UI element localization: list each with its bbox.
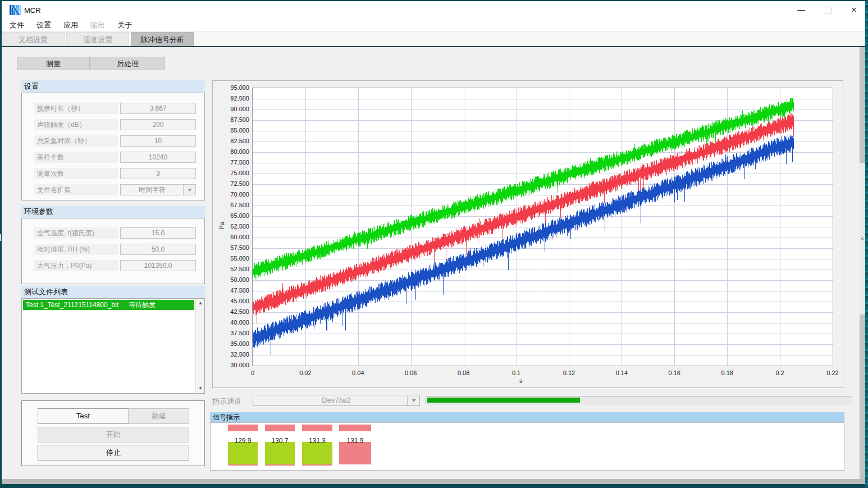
- indicator-channel-label: 指示通道: [212, 396, 241, 407]
- indicator-channel-dropdown[interactable]: Dev7/ai2: [253, 395, 420, 406]
- y-tick-label: 60.000: [212, 234, 249, 240]
- field-label: 测量次数: [34, 168, 118, 179]
- postprocess-mode-button[interactable]: 后处理: [90, 57, 165, 70]
- x-tick-label: 0.02: [293, 370, 318, 376]
- y-tick-label: 47.500: [212, 287, 249, 294]
- desktop-right-edge: [865, 0, 868, 488]
- field-value-text: 200: [152, 121, 163, 129]
- window-bottom-border: [2, 479, 865, 484]
- signal-indicator: 131.9: [339, 423, 371, 470]
- tab-文档设置[interactable]: 文档设置: [2, 32, 65, 46]
- window-title: MCR: [24, 6, 41, 15]
- dropdown-arrow-box[interactable]: [407, 395, 419, 405]
- y-tick-label: 72.500: [212, 180, 249, 187]
- field-value-text: 时间字符: [139, 186, 166, 194]
- side-panel-expander[interactable]: <: [860, 163, 865, 314]
- new-button[interactable]: 新建: [128, 408, 189, 424]
- test-file-list[interactable]: Test 1_Test_211215114800_blt等待触发 ▲ ▼: [21, 298, 205, 394]
- field-label: 预录时长（秒）: [34, 103, 118, 114]
- y-tick-label: 65.000: [212, 212, 249, 219]
- y-tick-label: 75.000: [212, 170, 249, 176]
- signal-level-bar: [339, 425, 371, 431]
- field-value[interactable]: 10240: [120, 152, 196, 163]
- field-value[interactable]: 101350.0: [120, 260, 196, 271]
- signal-level-bar: [228, 425, 258, 431]
- y-tick-label: 50.000: [212, 276, 249, 283]
- menu-item[interactable]: 应用: [57, 20, 84, 30]
- field-label: 文件名扩展: [34, 184, 118, 195]
- test-name-button[interactable]: Test: [38, 408, 129, 424]
- dropdown-arrow-box[interactable]: [183, 185, 195, 195]
- y-tick-label: 30.000: [212, 362, 249, 368]
- field-value[interactable]: 50.0: [120, 244, 196, 255]
- scroll-up-icon[interactable]: ▲: [196, 299, 205, 308]
- maximize-button[interactable]: [817, 1, 839, 19]
- x-tick-label: 0.18: [715, 370, 739, 376]
- stop-button[interactable]: 停止: [38, 445, 189, 460]
- signal-status-block: [265, 442, 295, 466]
- field-value[interactable]: 200: [120, 119, 196, 130]
- chevron-left-icon: <: [861, 236, 864, 241]
- x-tick-label: 0.1: [504, 370, 529, 376]
- x-tick-label: 0: [240, 370, 265, 376]
- signal-level-bar: [302, 425, 332, 431]
- menu-item[interactable]: 设置: [30, 20, 57, 30]
- x-tick-label: 0.08: [451, 370, 476, 376]
- tab-脉冲信号分析[interactable]: 脉冲信号分析: [131, 32, 194, 46]
- field-label: 总采集时间（秒）: [34, 135, 118, 147]
- x-axis-unit: s: [519, 377, 523, 384]
- signal-indicator: 131.3: [302, 423, 332, 470]
- y-tick-label: 55.000: [212, 255, 249, 262]
- y-tick-label: 35.000: [212, 340, 249, 347]
- field-value-text: 101350.0: [144, 262, 172, 270]
- menu-bar: 文件设置应用输出关于: [2, 19, 865, 31]
- tab-通道设置[interactable]: 通道设置: [66, 32, 129, 46]
- title-bar[interactable]: MCR — ×: [2, 1, 865, 19]
- field-value[interactable]: 10: [120, 135, 196, 147]
- file-list-item-selected[interactable]: Test 1_Test_211215114800_blt等待触发: [23, 300, 194, 310]
- y-tick-label: 57.500: [212, 244, 249, 251]
- minimize-button[interactable]: —: [791, 1, 812, 19]
- y-tick-label: 52.500: [212, 266, 249, 272]
- x-tick-label: 0.2: [768, 370, 792, 376]
- file-list-header: 测试文件列表: [21, 286, 205, 298]
- signal-indicator: 129.9: [228, 423, 258, 470]
- x-tick-label: 0.14: [609, 370, 634, 376]
- desktop-top-edge: [0, 0, 868, 1]
- field-label: 大气压力，P0(Pa): [34, 260, 118, 271]
- scroll-down-icon[interactable]: ▼: [196, 384, 205, 393]
- settings-panel: 预录时长（秒）3.667声级触发（dB）200总采集时间（秒）10采样个数102…: [21, 93, 205, 200]
- field-value[interactable]: 3: [120, 168, 196, 179]
- progress-fill: [427, 398, 580, 403]
- settings-header: 设置: [21, 80, 205, 93]
- y-tick-label: 67.500: [212, 202, 249, 208]
- y-tick-label: 70.000: [212, 191, 249, 198]
- side-panel-splitter[interactable]: <: [860, 47, 865, 479]
- field-dropdown[interactable]: 时间字符: [120, 184, 196, 195]
- file-list-scrollbar[interactable]: ▲ ▼: [195, 299, 204, 393]
- field-value[interactable]: 15.0: [120, 227, 196, 239]
- app-logo-icon: [10, 5, 22, 15]
- measure-mode-button[interactable]: 测量: [17, 57, 90, 70]
- y-tick-label: 90.000: [212, 106, 249, 112]
- y-tick-label: 92.500: [212, 95, 249, 102]
- start-button[interactable]: 开始: [38, 427, 189, 443]
- menu-item[interactable]: 关于: [111, 20, 138, 30]
- indicator-channel-value: Dev7/ai2: [322, 396, 350, 404]
- field-value-text: 3: [156, 170, 160, 177]
- y-tick-label: 80.000: [212, 148, 249, 155]
- signal-level-bar: [265, 425, 295, 431]
- toolbar-separator: [2, 75, 865, 75]
- chevron-down-icon: [412, 399, 416, 402]
- field-value-text: 10240: [149, 153, 167, 161]
- signal-status-block: [228, 442, 258, 466]
- field-value[interactable]: 3.667: [120, 103, 196, 114]
- file-status: 等待触发: [129, 301, 156, 309]
- signal-status-block: [339, 442, 371, 464]
- menu-item[interactable]: 文件: [3, 20, 30, 30]
- field-value-text: 10: [154, 137, 162, 145]
- signal-status-block: [302, 442, 332, 466]
- signal-value: 131.3: [302, 437, 332, 445]
- chevron-down-icon: [188, 189, 192, 191]
- close-button[interactable]: ×: [843, 1, 865, 19]
